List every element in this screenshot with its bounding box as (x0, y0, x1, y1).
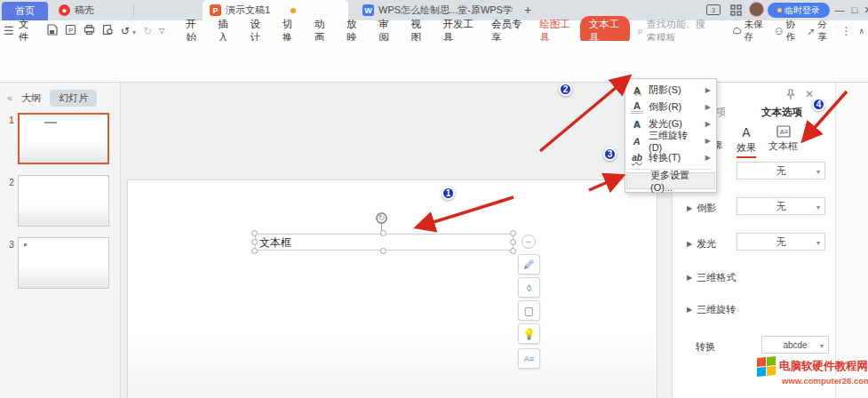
row-3drotate-label[interactable]: ▶三维旋转 (687, 303, 736, 316)
export-icon[interactable]: P (61, 24, 80, 38)
search-box[interactable]: ⌕ 查找功能、搜索模板 (630, 18, 721, 44)
maximize-button[interactable]: □ (847, 0, 863, 20)
menu-start[interactable]: 开始 (178, 18, 210, 44)
row-transform-label[interactable]: 转换 (696, 340, 715, 354)
right-tool-strip (835, 83, 868, 398)
more-menu-icon[interactable]: ⋮ (837, 25, 855, 37)
menu-transition[interactable]: 切换 (275, 18, 307, 44)
reflection-effect-icon: A (631, 100, 643, 114)
menu-item-transform[interactable]: ab 转换(T)▶ (625, 149, 716, 166)
quick-pen-button[interactable]: 🖉 (518, 254, 540, 275)
redo-icon[interactable]: ↻ (139, 25, 155, 37)
wps-web-icon: W (362, 4, 374, 16)
watermark-url: www.computer26.com (782, 376, 866, 386)
panel-subtab-effects[interactable]: A 效果 (737, 125, 756, 158)
step-badge-4: 4 (812, 98, 825, 111)
quick-fill-button[interactable]: ⬨ (518, 277, 540, 298)
tab-outline[interactable]: 大纲 (21, 92, 41, 105)
wps-presentation-window: 首页 ● 稿壳 P 演示文稿1 W WPS怎么绘制思...堂-原WPS学院 + … (0, 0, 868, 398)
new-tab-button[interactable]: + (524, 3, 531, 17)
collapse-quicktools-button[interactable]: − (522, 235, 536, 249)
hamburger-icon[interactable]: ☰ (0, 24, 18, 37)
rotate-handle[interactable]: ↻ (376, 212, 387, 224)
slide-number-2: 2 (7, 178, 16, 187)
ribbon-toolbar: A≡ 文本框 格式刷 微软雅黑 (正文)▾ 18▾ A⁺ A⁻ ◇ B I U … (0, 41, 868, 83)
user-avatar[interactable] (749, 2, 764, 17)
tab-gaoke[interactable]: ● 稿壳 (52, 0, 101, 20)
menu-review[interactable]: 审阅 (370, 18, 402, 44)
resize-handle[interactable] (380, 230, 386, 236)
row-reflection-label[interactable]: ▶倒影 (687, 202, 716, 215)
menu-item-shadow[interactable]: A 阴影(S)▶ (625, 82, 716, 99)
menu-drawing-tools[interactable]: 绘图工具 (531, 18, 579, 44)
menu-design[interactable]: 设计 (243, 18, 275, 44)
slide-thumbnail-1[interactable] (18, 113, 109, 164)
submenu-arrow-icon: ▶ (705, 137, 711, 145)
print-preview-icon[interactable] (99, 24, 117, 38)
collapse-sidebar-icon[interactable]: « (7, 92, 12, 103)
menu-slideshow[interactable]: 放映 (338, 18, 370, 44)
device-sync-icon[interactable]: 3 (706, 4, 721, 15)
menu-file[interactable]: 文件 (18, 18, 43, 44)
share-button[interactable]: ↗ 分享 (807, 23, 830, 39)
slide-thumbnail-2[interactable] (18, 175, 109, 227)
menu-bar: ☰ 文件 P ↺▾ ↻ ▽ 开始 插入 设计 切换 动画 放映 审阅 视图 开发… (0, 20, 868, 41)
row-glow-label[interactable]: ▶发光 (687, 237, 716, 251)
menu-item-3drotate[interactable]: A 三维旋转(D)▶ (625, 132, 716, 149)
quick-translate-button[interactable]: A≡ (518, 348, 540, 369)
svg-text:P: P (68, 26, 73, 34)
menu-view[interactable]: 视图 (402, 18, 434, 44)
menu-animation[interactable]: 动画 (307, 18, 338, 44)
minimize-button[interactable]: — (832, 0, 848, 20)
threed-effect-icon: A (630, 136, 644, 147)
menu-devtools[interactable]: 开发工具 (435, 18, 483, 44)
pin-icon[interactable] (785, 89, 796, 102)
resize-handle[interactable] (510, 239, 516, 245)
row-shadow-select[interactable]: 无▾ (737, 162, 825, 179)
watermark-logo (757, 356, 776, 377)
save-status[interactable]: 未保存 (732, 23, 766, 39)
textbox-panel-icon: A≡ (776, 125, 791, 138)
slide-thumbnail-3[interactable] (18, 237, 109, 289)
collab-button[interactable]: ⚇ 协作 (775, 23, 798, 39)
quickbar-more-icon[interactable]: ▽ (155, 27, 168, 35)
resize-handle[interactable] (380, 248, 386, 254)
slide-page[interactable] (127, 179, 657, 398)
close-button[interactable]: ✕ (862, 0, 868, 20)
panel-close-icon[interactable]: ✕ (805, 88, 814, 100)
submenu-arrow-icon: ▶ (705, 103, 711, 111)
slide-number-1: 1 (7, 115, 16, 125)
shadow-effect-icon: A (631, 85, 643, 96)
quick-frame-button[interactable]: ▢ (518, 300, 540, 321)
text-effects-dropdown: A 阴影(S)▶ A 倒影(R)▶ A 发光(G)▶ A 三维旋转(D)▶ ab… (625, 78, 717, 193)
cloud-icon (732, 26, 742, 36)
submenu-arrow-icon: ▶ (705, 154, 711, 162)
menu-member[interactable]: 会员专享 (483, 18, 531, 44)
panel-subtab-textbox[interactable]: A≡ 文本框 (768, 125, 798, 153)
apps-grid-icon[interactable] (730, 4, 742, 18)
quick-idea-button[interactable]: 💡 (518, 323, 540, 344)
row-transform-select[interactable]: abcde▾ (761, 336, 829, 354)
resize-handle[interactable] (510, 248, 516, 254)
panel-tab-text-options[interactable]: 文本选项 (761, 106, 802, 119)
collapse-ribbon-icon[interactable]: ∧ (855, 27, 868, 36)
thumb-text-mark (44, 122, 57, 123)
step-badge-1: 1 (442, 187, 455, 200)
tab-slides[interactable]: 幻灯片 (50, 90, 97, 107)
row-reflection-select[interactable]: 无▾ (737, 197, 825, 215)
site-watermark: 电脑软硬件教程网 www.computer26.com (757, 357, 866, 386)
menu-insert[interactable]: 插入 (210, 18, 242, 44)
menu-item-more-settings[interactable]: 更多设置(O)... (626, 172, 715, 189)
resize-handle[interactable] (251, 239, 258, 245)
undo-icon[interactable]: ↺▾ (117, 25, 139, 37)
resize-handle[interactable] (251, 248, 258, 254)
row-3dformat-label[interactable]: ▶三维格式 (687, 271, 736, 284)
resize-handle[interactable] (251, 230, 258, 236)
print-icon[interactable] (80, 24, 99, 38)
temp-login-button[interactable]: 临时登录 (768, 3, 830, 18)
step-badge-3: 3 (603, 147, 617, 161)
save-icon[interactable] (43, 24, 61, 38)
row-glow-select[interactable]: 无▾ (737, 233, 825, 251)
resize-handle[interactable] (510, 230, 516, 236)
menu-item-reflection[interactable]: A 倒影(R)▶ (625, 99, 716, 115)
